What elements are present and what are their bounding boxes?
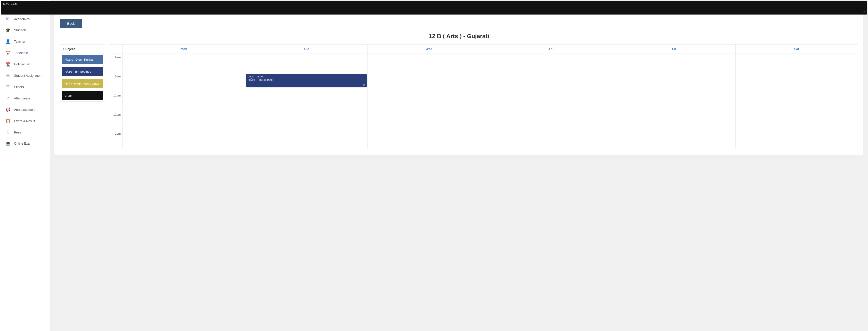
fees-icon: $ — [5, 130, 10, 134]
cell-thu-12pm[interactable] — [490, 111, 613, 130]
cell-sat-9am[interactable] — [735, 54, 858, 73]
cell-thu-9am[interactable] — [490, 54, 613, 73]
cell-wed-11am[interactable] — [368, 92, 490, 111]
sidebar-label-exam-result: Exam & Result — [14, 119, 35, 123]
cell-sat-1pm[interactable] — [735, 130, 858, 149]
event-block-e2[interactable]: 10:00 - 11:00ગણિત - Tim Southee✕ — [246, 74, 367, 87]
time-row-1pm: 1pm — [109, 130, 858, 149]
subject-list-item[interactable]: ગણિત - Tim Southee — [60, 66, 105, 78]
holiday-list-icon: 📆 — [5, 62, 10, 67]
cell-mon-9am[interactable]: 8:40 - 9:40વિજ્ઞાન - Glenn Phillips✕ — [123, 54, 245, 73]
subject-list-item[interactable]: ભૌતિક શાસ્ત્ર - Chris Gayle — [60, 78, 105, 90]
sidebar-label-sliders: Sliders — [14, 85, 24, 89]
cell-mon-11am[interactable]: 11:00 - 11:30✕ — [123, 92, 245, 111]
students-icon: 🎓 — [5, 28, 10, 33]
timetable-area: Subject વિજ્ઞાન - Glenn Phillips ગણિત - … — [60, 44, 858, 149]
day-header-mon: Mon — [123, 44, 245, 54]
time-label-11am: 11am — [109, 92, 123, 111]
cell-thu-11am[interactable] — [490, 92, 613, 111]
subject-column-header: Subject — [60, 44, 105, 54]
subject-chip[interactable]: વિજ્ઞાન - Glenn Phillips — [62, 55, 103, 64]
sidebar-item-exam-result[interactable]: 📋 Exam & Result — [0, 115, 50, 127]
cell-wed-9am[interactable] — [368, 54, 490, 73]
time-label-10am: 10am — [109, 73, 123, 92]
sidebar-item-fees[interactable]: $ Fees — [0, 127, 50, 138]
event-label: ગણિત - Tim Southee — [248, 78, 365, 82]
sidebar-label-fees: Fees — [14, 130, 21, 134]
sidebar-label-attendance: Attendance — [14, 96, 30, 100]
cell-mon-10am[interactable] — [123, 73, 245, 92]
subject-chip[interactable]: Break — [62, 91, 103, 100]
sidebar-item-students[interactable]: 🎓 Students — [0, 25, 50, 36]
exam-result-icon: 📋 — [5, 119, 10, 123]
time-row-11am: 11am11:00 - 11:30✕ — [109, 92, 858, 111]
cell-sat-12pm[interactable] — [735, 111, 858, 130]
sidebar-label-teacher: Teacher — [14, 40, 25, 43]
cell-fri-9am[interactable] — [613, 54, 735, 73]
teacher-icon: 👤 — [5, 39, 10, 44]
time-column-header — [109, 44, 123, 54]
sidebar-item-academics[interactable]: 🏛 Academics — [0, 13, 50, 25]
sidebar-item-sliders[interactable]: ☰ Sliders — [0, 81, 50, 93]
cell-wed-12pm[interactable] — [368, 111, 490, 130]
day-header-thu: Thu — [490, 44, 613, 54]
time-row-12pm: 12pm — [109, 111, 858, 130]
timetable-table: MonTueWedThuFriSat 9am8:40 - 9:40વિજ્ઞાન… — [109, 44, 858, 149]
subject-list-panel: Subject વિજ્ઞાન - Glenn Phillips ગણિત - … — [60, 44, 105, 149]
back-button[interactable]: Back — [60, 19, 82, 28]
sidebar-item-announcement[interactable]: 📢 Announcement — [0, 104, 50, 115]
online-exam-icon: 💻 — [5, 141, 10, 146]
cell-tue-9am[interactable] — [245, 54, 368, 73]
time-label-9am: 9am — [109, 54, 123, 73]
cell-tue-11am[interactable] — [245, 92, 368, 111]
cell-wed-10am[interactable] — [368, 73, 490, 92]
time-label-12pm: 12pm — [109, 111, 123, 130]
cell-mon-12pm[interactable] — [123, 111, 245, 130]
time-row-9am: 9am8:40 - 9:40વિજ્ઞાન - Glenn Phillips✕ — [109, 54, 858, 73]
sidebar-item-online-exam[interactable]: 💻 Online Exam — [0, 138, 50, 149]
cell-fri-10am[interactable] — [613, 73, 735, 92]
cell-tue-1pm[interactable] — [245, 130, 368, 149]
sliders-icon: ☰ — [5, 85, 10, 89]
sidebar-item-timetable[interactable]: 📅 Timetable — [0, 47, 50, 59]
subject-list-item[interactable]: વિજ્ઞાન - Glenn Phillips — [60, 54, 105, 66]
sidebar-item-attendance[interactable]: ✓ Attendance — [0, 93, 50, 104]
timetable-grid-wrapper: MonTueWedThuFriSat 9am8:40 - 9:40વિજ્ઞાન… — [109, 44, 858, 149]
cell-mon-1pm[interactable] — [123, 130, 245, 149]
time-label-1pm: 1pm — [109, 130, 123, 149]
sidebar-label-academics: Academics — [14, 17, 30, 21]
time-row-10am: 10am10:00 - 11:00ગણિત - Tim Southee✕ — [109, 73, 858, 92]
sidebar-item-teacher[interactable]: 👤 Teacher — [0, 36, 50, 47]
event-time: 10:00 - 11:00 — [248, 75, 365, 78]
student-assignment-icon: ☰ — [5, 73, 10, 78]
subject-chip[interactable]: ગણિત - Tim Southee — [62, 67, 103, 76]
cell-sat-11am[interactable] — [735, 92, 858, 111]
subject-chip[interactable]: ભૌતિક શાસ્ત્ર - Chris Gayle — [62, 79, 103, 88]
day-header-tue: Tue — [245, 44, 368, 54]
sidebar-label-holiday-list: Holiday List — [14, 62, 30, 66]
event-close-btn[interactable]: ✕ — [363, 83, 365, 87]
cell-sat-10am[interactable] — [735, 73, 858, 92]
timetable-title: 12 B ( Arts ) - Gujarati — [60, 33, 858, 40]
cell-wed-1pm[interactable] — [368, 130, 490, 149]
academics-icon: 🏛 — [5, 17, 10, 21]
main-content: Create Timetable Back 12 B ( Arts ) - Gu… — [50, 0, 868, 331]
cell-tue-10am[interactable]: 10:00 - 11:00ગણિત - Tim Southee✕ — [245, 73, 368, 92]
timetable-icon: 📅 — [5, 51, 10, 55]
subject-list-item[interactable]: Break — [60, 90, 105, 102]
day-header-wed: Wed — [368, 44, 490, 54]
sidebar-label-timetable: Timetable — [14, 51, 28, 55]
announcement-icon: 📢 — [5, 107, 10, 112]
sidebar-label-students: Students — [14, 28, 27, 32]
cell-fri-12pm[interactable] — [613, 111, 735, 130]
cell-thu-10am[interactable] — [490, 73, 613, 92]
cell-thu-1pm[interactable] — [490, 130, 613, 149]
sidebar-item-student-assignment[interactable]: ☰ Student Assignment — [0, 70, 50, 81]
cell-fri-11am[interactable] — [613, 92, 735, 111]
cell-fri-1pm[interactable] — [613, 130, 735, 149]
cell-tue-12pm[interactable] — [245, 111, 368, 130]
day-header-fri: Fri — [613, 44, 735, 54]
content-card: Back 12 B ( Arts ) - Gujarati Subject વિ… — [55, 13, 864, 155]
sidebar-item-holiday-list[interactable]: 📆 Holiday List — [0, 59, 50, 70]
attendance-icon: ✓ — [5, 96, 10, 101]
